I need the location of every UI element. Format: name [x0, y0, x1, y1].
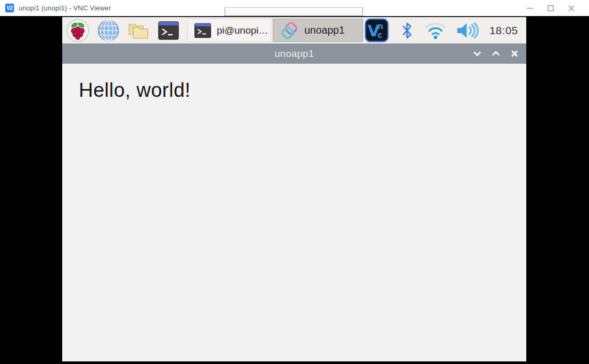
- close-icon: [566, 3, 577, 13]
- unoapp1-window-controls: [471, 48, 526, 60]
- task-button-terminal-window[interactable]: pi@unopi…: [187, 19, 271, 42]
- taskbar-clock[interactable]: 18:05: [489, 24, 518, 37]
- unoapp1-titlebar: unoapp1: [62, 43, 526, 64]
- globe-browser-icon: [97, 19, 120, 42]
- close-icon: [510, 49, 519, 58]
- maximize-button[interactable]: [490, 48, 501, 60]
- uno-platform-logo-icon: [279, 21, 299, 40]
- bluetooth-tray-button[interactable]: [400, 21, 414, 40]
- vnc-server-tray-button[interactable]: V n c: [364, 18, 389, 42]
- task-button-label: unoapp1: [304, 24, 345, 36]
- terminal-icon: [158, 20, 179, 41]
- task-button-unoapp1[interactable]: unoapp1: [273, 19, 363, 42]
- shade-button[interactable]: [471, 48, 483, 60]
- close-window-button[interactable]: [509, 48, 520, 60]
- vnc-viewport-letterbox: pi@unopi…: [0, 16, 589, 364]
- vnc-viewer-logo-icon: V2: [5, 4, 14, 12]
- vnc-toolbar-tab[interactable]: [225, 7, 363, 16]
- vnc-logo-text: V2: [6, 6, 12, 11]
- volume-tray-button[interactable]: [455, 21, 479, 40]
- svg-text:c: c: [377, 30, 382, 40]
- maximize-button[interactable]: [540, 1, 561, 16]
- terminal-icon: [194, 22, 212, 39]
- folders-icon: [127, 19, 150, 42]
- window-title: unopi1 (unopi1) - VNC Viewer: [19, 4, 111, 12]
- greeting-text: Hello, world!: [62, 64, 526, 101]
- web-browser-button[interactable]: [97, 19, 120, 42]
- file-manager-button[interactable]: [127, 19, 150, 42]
- taskbar-status-area: V n c: [364, 18, 522, 42]
- wifi-icon: [424, 21, 447, 40]
- minimize-icon: [525, 3, 535, 13]
- window-controls: [520, 1, 589, 16]
- remote-desktop: pi@unopi…: [62, 16, 526, 361]
- vnc-server-icon: V n c: [364, 18, 389, 42]
- chevron-down-icon: [473, 49, 482, 58]
- minimize-button[interactable]: [520, 1, 540, 16]
- unoapp1-title: unoapp1: [62, 48, 526, 60]
- raspberry-menu-icon: [66, 19, 90, 42]
- wifi-tray-button[interactable]: [424, 21, 447, 40]
- unoapp1-content: Hello, world!: [62, 64, 526, 361]
- bluetooth-icon: [400, 21, 414, 40]
- maximize-icon: [545, 3, 556, 13]
- chevron-up-icon: [492, 49, 500, 58]
- volume-icon: [455, 21, 479, 40]
- applications-menu-button[interactable]: [66, 19, 90, 42]
- terminal-launcher-button[interactable]: [157, 19, 180, 42]
- pi-taskbar: pi@unopi…: [62, 17, 526, 43]
- close-button[interactable]: [561, 1, 582, 16]
- task-button-label: pi@unopi…: [217, 25, 269, 36]
